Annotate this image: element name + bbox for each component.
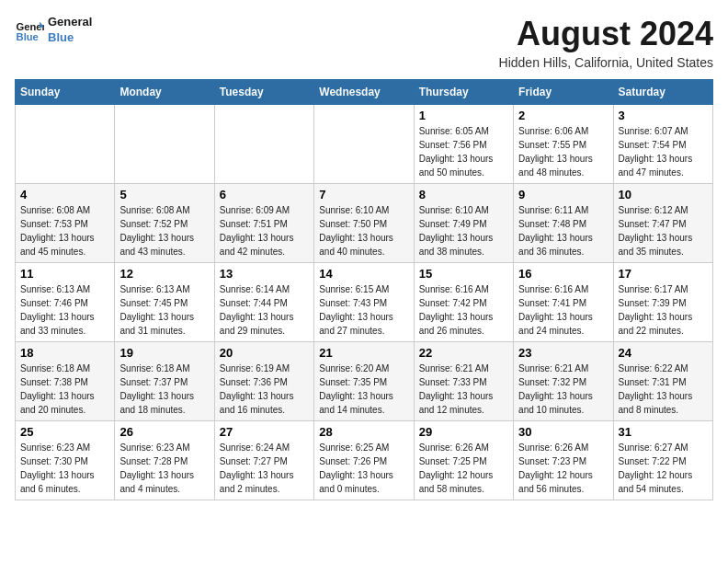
day-info: Sunrise: 6:08 AMSunset: 7:52 PMDaylight:… xyxy=(119,203,209,259)
day-number: 9 xyxy=(518,188,608,201)
title-section: August 2024 Hidden Hills, California, Un… xyxy=(499,15,713,70)
day-cell: 26Sunrise: 6:23 AMSunset: 7:28 PMDayligh… xyxy=(115,421,214,500)
day-cell: 12Sunrise: 6:13 AMSunset: 7:45 PMDayligh… xyxy=(115,263,214,342)
logo: General Blue General Blue xyxy=(15,15,92,46)
day-number: 29 xyxy=(419,425,508,439)
day-info: Sunrise: 6:22 AMSunset: 7:31 PMDaylight:… xyxy=(619,362,708,417)
day-number: 12 xyxy=(119,267,209,281)
header-cell-monday: Monday xyxy=(115,80,214,105)
header: General Blue General Blue August 2024 Hi… xyxy=(15,15,713,70)
header-cell-tuesday: Tuesday xyxy=(214,80,313,105)
day-number: 13 xyxy=(220,267,309,281)
week-row-1: 1Sunrise: 6:05 AMSunset: 7:56 PMDaylight… xyxy=(16,105,713,184)
day-number: 4 xyxy=(20,188,109,201)
day-cell: 2Sunrise: 6:06 AMSunset: 7:55 PMDaylight… xyxy=(514,105,613,184)
day-info: Sunrise: 6:09 AMSunset: 7:51 PMDaylight:… xyxy=(220,203,309,259)
day-cell: 27Sunrise: 6:24 AMSunset: 7:27 PMDayligh… xyxy=(214,421,313,500)
day-cell: 17Sunrise: 6:17 AMSunset: 7:39 PMDayligh… xyxy=(613,263,712,342)
location-title: Hidden Hills, California, United States xyxy=(499,55,713,70)
day-info: Sunrise: 6:27 AMSunset: 7:22 PMDaylight:… xyxy=(619,441,708,496)
day-info: Sunrise: 6:06 AMSunset: 7:55 PMDaylight:… xyxy=(518,124,608,179)
day-number: 17 xyxy=(619,267,708,281)
day-number: 25 xyxy=(20,425,109,439)
day-info: Sunrise: 6:23 AMSunset: 7:28 PMDaylight:… xyxy=(119,441,209,496)
day-info: Sunrise: 6:26 AMSunset: 7:25 PMDaylight:… xyxy=(419,441,508,496)
day-info: Sunrise: 6:15 AMSunset: 7:43 PMDaylight:… xyxy=(319,282,408,338)
month-title: August 2024 xyxy=(499,15,713,53)
day-cell: 23Sunrise: 6:21 AMSunset: 7:32 PMDayligh… xyxy=(514,342,613,421)
logo-line2: Blue xyxy=(48,30,92,46)
day-info: Sunrise: 6:24 AMSunset: 7:27 PMDaylight:… xyxy=(220,441,309,496)
day-number: 26 xyxy=(119,425,209,439)
day-cell: 9Sunrise: 6:11 AMSunset: 7:48 PMDaylight… xyxy=(514,184,613,263)
week-row-4: 18Sunrise: 6:18 AMSunset: 7:38 PMDayligh… xyxy=(16,342,713,421)
week-row-3: 11Sunrise: 6:13 AMSunset: 7:46 PMDayligh… xyxy=(16,263,713,342)
day-info: Sunrise: 6:21 AMSunset: 7:32 PMDaylight:… xyxy=(518,362,608,417)
day-info: Sunrise: 6:10 AMSunset: 7:49 PMDaylight:… xyxy=(419,203,508,259)
day-info: Sunrise: 6:11 AMSunset: 7:48 PMDaylight:… xyxy=(518,203,608,259)
day-cell: 28Sunrise: 6:25 AMSunset: 7:26 PMDayligh… xyxy=(314,421,414,500)
day-cell: 11Sunrise: 6:13 AMSunset: 7:46 PMDayligh… xyxy=(16,263,115,342)
day-number: 5 xyxy=(119,188,209,201)
day-number: 3 xyxy=(619,109,708,122)
day-number: 23 xyxy=(518,346,608,360)
day-number: 6 xyxy=(220,188,309,201)
day-info: Sunrise: 6:18 AMSunset: 7:37 PMDaylight:… xyxy=(119,362,209,417)
day-cell: 18Sunrise: 6:18 AMSunset: 7:38 PMDayligh… xyxy=(16,342,115,421)
day-cell: 13Sunrise: 6:14 AMSunset: 7:44 PMDayligh… xyxy=(214,263,313,342)
logo-icon: General Blue xyxy=(15,16,44,45)
day-info: Sunrise: 6:26 AMSunset: 7:23 PMDaylight:… xyxy=(518,441,608,496)
day-number: 7 xyxy=(319,188,408,201)
calendar-header: SundayMondayTuesdayWednesdayThursdayFrid… xyxy=(16,80,713,105)
day-number: 28 xyxy=(319,425,408,439)
day-number: 8 xyxy=(419,188,508,201)
day-number: 21 xyxy=(319,346,408,360)
day-info: Sunrise: 6:16 AMSunset: 7:42 PMDaylight:… xyxy=(419,282,508,338)
day-info: Sunrise: 6:10 AMSunset: 7:50 PMDaylight:… xyxy=(319,203,408,259)
day-info: Sunrise: 6:05 AMSunset: 7:56 PMDaylight:… xyxy=(419,124,508,179)
day-cell: 6Sunrise: 6:09 AMSunset: 7:51 PMDaylight… xyxy=(214,184,313,263)
day-number: 18 xyxy=(20,346,109,360)
svg-text:Blue: Blue xyxy=(17,31,39,42)
day-number: 31 xyxy=(619,425,708,439)
day-cell: 16Sunrise: 6:16 AMSunset: 7:41 PMDayligh… xyxy=(514,263,613,342)
day-info: Sunrise: 6:19 AMSunset: 7:36 PMDaylight:… xyxy=(220,362,309,417)
week-row-2: 4Sunrise: 6:08 AMSunset: 7:53 PMDaylight… xyxy=(16,184,713,263)
day-cell: 22Sunrise: 6:21 AMSunset: 7:33 PMDayligh… xyxy=(414,342,513,421)
day-cell: 10Sunrise: 6:12 AMSunset: 7:47 PMDayligh… xyxy=(613,184,712,263)
day-cell: 5Sunrise: 6:08 AMSunset: 7:52 PMDaylight… xyxy=(115,184,214,263)
day-info: Sunrise: 6:18 AMSunset: 7:38 PMDaylight:… xyxy=(20,362,109,417)
day-info: Sunrise: 6:20 AMSunset: 7:35 PMDaylight:… xyxy=(319,362,408,417)
day-cell xyxy=(214,105,313,184)
day-cell: 21Sunrise: 6:20 AMSunset: 7:35 PMDayligh… xyxy=(314,342,414,421)
day-cell: 7Sunrise: 6:10 AMSunset: 7:50 PMDaylight… xyxy=(314,184,414,263)
day-info: Sunrise: 6:08 AMSunset: 7:53 PMDaylight:… xyxy=(20,203,109,259)
header-cell-wednesday: Wednesday xyxy=(314,80,414,105)
day-number: 24 xyxy=(619,346,708,360)
day-cell xyxy=(16,105,115,184)
header-cell-sunday: Sunday xyxy=(16,80,115,105)
day-info: Sunrise: 6:25 AMSunset: 7:26 PMDaylight:… xyxy=(319,441,408,496)
day-cell xyxy=(314,105,414,184)
day-cell xyxy=(115,105,214,184)
day-cell: 3Sunrise: 6:07 AMSunset: 7:54 PMDaylight… xyxy=(613,105,712,184)
day-number: 20 xyxy=(220,346,309,360)
day-cell: 30Sunrise: 6:26 AMSunset: 7:23 PMDayligh… xyxy=(514,421,613,500)
day-cell: 19Sunrise: 6:18 AMSunset: 7:37 PMDayligh… xyxy=(115,342,214,421)
day-number: 1 xyxy=(419,109,508,122)
day-cell: 15Sunrise: 6:16 AMSunset: 7:42 PMDayligh… xyxy=(414,263,513,342)
day-info: Sunrise: 6:14 AMSunset: 7:44 PMDaylight:… xyxy=(220,282,309,338)
day-number: 16 xyxy=(518,267,608,281)
header-cell-friday: Friday xyxy=(514,80,613,105)
day-number: 22 xyxy=(419,346,508,360)
header-cell-thursday: Thursday xyxy=(414,80,513,105)
day-cell: 31Sunrise: 6:27 AMSunset: 7:22 PMDayligh… xyxy=(613,421,712,500)
day-cell: 1Sunrise: 6:05 AMSunset: 7:56 PMDaylight… xyxy=(414,105,513,184)
day-info: Sunrise: 6:13 AMSunset: 7:45 PMDaylight:… xyxy=(119,282,209,338)
day-cell: 29Sunrise: 6:26 AMSunset: 7:25 PMDayligh… xyxy=(414,421,513,500)
day-number: 10 xyxy=(619,188,708,201)
day-info: Sunrise: 6:07 AMSunset: 7:54 PMDaylight:… xyxy=(619,124,708,179)
day-info: Sunrise: 6:23 AMSunset: 7:30 PMDaylight:… xyxy=(20,441,109,496)
day-cell: 24Sunrise: 6:22 AMSunset: 7:31 PMDayligh… xyxy=(613,342,712,421)
header-row: SundayMondayTuesdayWednesdayThursdayFrid… xyxy=(16,80,713,105)
